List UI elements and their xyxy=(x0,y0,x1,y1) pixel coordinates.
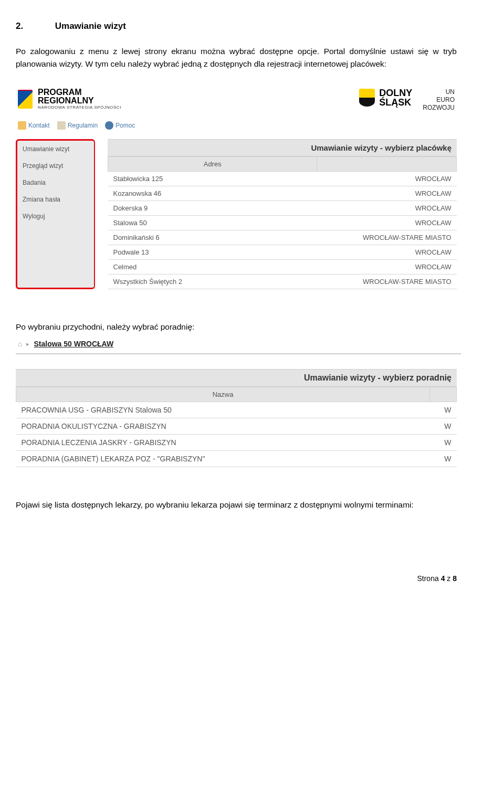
breadcrumb: ⌂ ▸ Stalowa 50 WROCŁAW xyxy=(16,336,461,354)
logo-dolny-slask: DOLNY ŚLĄSK xyxy=(359,88,412,107)
cell-nazwa: PORADNIA OKULISTYCZNA - GRABISZYN xyxy=(16,418,430,435)
breadcrumb-location[interactable]: Stalowa 50 WROCŁAW xyxy=(34,340,113,348)
footer-prefix: Strona xyxy=(417,574,440,583)
cell-miasto: WROCŁAW xyxy=(317,260,457,275)
logo-pr-line3: NARODOWA STRATEGIA SPÓJNOŚCI xyxy=(38,106,121,110)
page-footer: Strona 4 z 8 xyxy=(16,574,457,583)
rightcut-line1: UN xyxy=(423,88,455,96)
table-title-poradnie: Umawianie wizyty - wybierz poradnię xyxy=(16,369,457,387)
table-row[interactable]: Wszystkich Świętych 2WROCŁAW-STARE MIAST… xyxy=(108,275,457,289)
footer-sep: z xyxy=(445,574,453,583)
link-kontakt[interactable]: Kontakt xyxy=(18,121,50,130)
sidebar-item-umawianie[interactable]: Umawianie wizyt xyxy=(17,141,94,157)
link-pomoc[interactable]: Pomoc xyxy=(105,121,135,130)
sidebar-item-label: Wyloguj xyxy=(23,213,45,220)
footer-total: 8 xyxy=(453,574,457,583)
table-row[interactable]: Stabłowicka 125WROCŁAW xyxy=(108,172,457,186)
logo-cut-right: UN EURO ROZWOJU xyxy=(423,88,455,112)
cell-adres: Podwale 13 xyxy=(108,245,317,260)
sidebar-item-label: Zmiana hasła xyxy=(23,196,60,203)
intro-paragraph: Po zalogowaniu z menu z lewej strony ekr… xyxy=(16,45,457,70)
logos-row: PROGRAM REGIONALNY NARODOWA STRATEGIA SP… xyxy=(16,85,457,117)
cell-nazwa: PRACOWNIA USG - GRABISZYN Stalowa 50 xyxy=(16,402,430,418)
logo-ds-line1: DOLNY xyxy=(379,88,412,98)
cell-adres: Kozanowska 46 xyxy=(108,186,317,201)
cell-miasto: WROCŁAW-STARE MIASTO xyxy=(317,230,457,245)
table-row[interactable]: PORADNIA LECZENIA JASKRY - GRABISZYNW xyxy=(16,435,457,451)
logo-pr-line2: REGIONALNY xyxy=(38,97,121,106)
cell-right: W xyxy=(430,435,457,451)
table-row[interactable]: Dokerska 9WROCŁAW xyxy=(108,201,457,216)
heading-title: Umawianie wizyt xyxy=(55,21,126,31)
col-adres: Adres xyxy=(108,157,317,172)
logo-ds-line2: ŚLĄSK xyxy=(379,98,412,107)
chevron-right-icon: ▸ xyxy=(26,341,29,347)
sidebar-item-label: Umawianie wizyt xyxy=(23,145,69,153)
table-row[interactable]: PRACOWNIA USG - GRABISZYN Stalowa 50W xyxy=(16,402,457,418)
table-row[interactable]: Stalowa 50WROCŁAW xyxy=(108,216,457,230)
sidebar-item-label: Przegląd wizyt xyxy=(23,162,63,170)
table-placowki: Adres Stabłowicka 125WROCŁAWKozanowska 4… xyxy=(108,156,457,289)
envelope-icon xyxy=(18,121,26,130)
section-heading: 2. Umawianie wizyt xyxy=(16,21,457,31)
cell-miasto: WROCŁAW xyxy=(317,186,457,201)
cell-adres: Wszystkich Świętych 2 xyxy=(108,275,317,289)
cell-adres: Stalowa 50 xyxy=(108,216,317,230)
logo-program-regionalny: PROGRAM REGIONALNY NARODOWA STRATEGIA SP… xyxy=(18,88,121,110)
cell-adres: Celmed xyxy=(108,260,317,275)
mini-links-bar: Kontakt Regulamin Pomoc xyxy=(16,117,457,139)
col-nazwa: Nazwa xyxy=(16,387,430,402)
table-row[interactable]: PORADNIA (GABINET) LEKARZA POZ - "GRABIS… xyxy=(16,451,457,467)
sidebar-menu: Umawianie wizyt Przegląd wizyt Badania Z… xyxy=(16,139,95,289)
table-title-placowki: Umawianie wizyty - wybierz placówkę xyxy=(108,139,457,156)
cell-nazwa: PORADNIA LECZENIA JASKRY - GRABISZYN xyxy=(16,435,430,451)
screenshot-poradnie: ⌂ ▸ Stalowa 50 WROCŁAW Umawianie wizyty … xyxy=(16,336,457,467)
cell-miasto: WROCŁAW xyxy=(317,201,457,216)
paragraph-terminarz: Pojawi się lista dostępnych lekarzy, po … xyxy=(16,499,457,511)
home-icon[interactable]: ⌂ xyxy=(18,340,22,348)
cell-nazwa: PORADNIA (GABINET) LEKARZA POZ - "GRABIS… xyxy=(16,451,430,467)
crest-icon xyxy=(359,89,375,107)
cell-miasto: WROCŁAW xyxy=(317,216,457,230)
link-regulamin-label: Regulamin xyxy=(68,122,98,129)
cell-miasto: WROCŁAW xyxy=(317,245,457,260)
document-icon xyxy=(57,121,66,130)
table-row[interactable]: CelmedWROCŁAW xyxy=(108,260,457,275)
table-row[interactable]: PORADNIA OKULISTYCZNA - GRABISZYNW xyxy=(16,418,457,435)
link-kontakt-label: Kontakt xyxy=(28,122,50,129)
help-icon xyxy=(105,121,113,130)
table-poradnie: Nazwa PRACOWNIA USG - GRABISZYN Stalowa … xyxy=(16,387,457,467)
cell-miasto: WROCŁAW-STARE MIASTO xyxy=(317,275,457,289)
heading-number: 2. xyxy=(16,21,52,31)
cell-adres: Dokerska 9 xyxy=(108,201,317,216)
cell-adres: Dominikański 6 xyxy=(108,230,317,245)
table-row[interactable]: Dominikański 6WROCŁAW-STARE MIASTO xyxy=(108,230,457,245)
rightcut-line2: EURO xyxy=(423,96,455,104)
link-pomoc-label: Pomoc xyxy=(116,122,135,129)
link-regulamin[interactable]: Regulamin xyxy=(57,121,98,130)
screenshot-placowki: PROGRAM REGIONALNY NARODOWA STRATEGIA SP… xyxy=(16,85,457,289)
sidebar-item-zmiana-hasla[interactable]: Zmiana hasła xyxy=(17,191,94,208)
logo-flag-icon xyxy=(18,90,33,109)
cell-right: W xyxy=(430,402,457,418)
sidebar-item-przeglad[interactable]: Przegląd wizyt xyxy=(17,157,94,174)
sidebar-item-wyloguj[interactable]: Wyloguj xyxy=(17,208,94,225)
cell-adres: Stabłowicka 125 xyxy=(108,172,317,186)
sidebar-item-badania[interactable]: Badania xyxy=(17,174,94,191)
cell-right: W xyxy=(430,451,457,467)
paragraph-poradnia: Po wybraniu przychodni, należy wybrać po… xyxy=(16,321,457,333)
cell-right: W xyxy=(430,418,457,435)
cell-miasto: WROCŁAW xyxy=(317,172,457,186)
sidebar-item-label: Badania xyxy=(23,179,46,186)
table-row[interactable]: Podwale 13WROCŁAW xyxy=(108,245,457,260)
table-row[interactable]: Kozanowska 46WROCŁAW xyxy=(108,186,457,201)
rightcut-line3: ROZWOJU xyxy=(423,104,455,112)
